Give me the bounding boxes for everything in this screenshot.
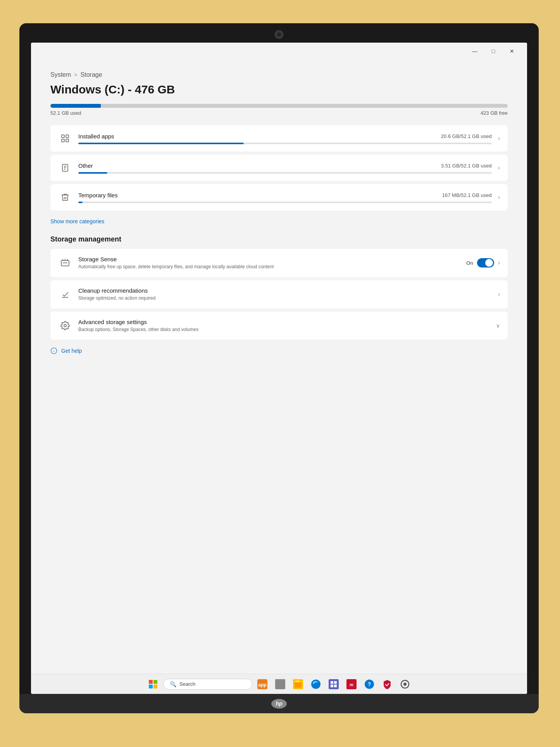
category-installed-apps[interactable]: Installed apps 20.6 GB/52.1 GB used › (50, 125, 508, 152)
advanced-storage-chevron-down: ∨ (496, 323, 500, 329)
other-progress (78, 172, 492, 174)
management-section-title: Storage management (50, 235, 508, 243)
svg-rect-0 (62, 135, 64, 138)
cleanup-icon (58, 287, 72, 301)
taskbar-app-store[interactable]: app (255, 676, 270, 692)
storage-sense-title: Storage Sense (78, 256, 460, 262)
svg-point-19 (311, 680, 320, 689)
svg-rect-22 (334, 681, 337, 684)
title-bar-buttons: — □ ✕ (466, 46, 521, 57)
temp-files-size: 167 MB/52.1 GB used (442, 192, 492, 198)
hp-logo: hp (271, 699, 287, 709)
svg-point-30 (403, 683, 407, 686)
other-icon (58, 161, 72, 175)
page-title: Windows (C:) - 476 GB (50, 83, 508, 96)
storage-sense-toggle[interactable] (477, 258, 494, 267)
apps-icon (58, 131, 72, 145)
advanced-storage-title: Advanced storage settings (78, 319, 490, 325)
installed-apps-progress-fill (78, 143, 244, 144)
other-progress-fill (78, 172, 107, 174)
advanced-storage-card[interactable]: Advanced storage settings Backup options… (50, 312, 508, 340)
trash-icon (58, 190, 72, 204)
cleanup-right: › (498, 291, 500, 298)
maximize-button[interactable]: □ (484, 46, 502, 57)
search-text: Search (179, 681, 195, 687)
storage-bar (50, 104, 508, 108)
screen: — □ ✕ System > Storage Windows (C:) - 47… (31, 43, 527, 694)
temp-progress (78, 202, 492, 203)
settings-icon (58, 319, 72, 333)
advanced-storage-info: Advanced storage settings Backup options… (78, 319, 490, 333)
taskbar-app-shield[interactable] (379, 676, 395, 692)
installed-apps-chevron: › (498, 135, 500, 142)
cleanup-info: Cleanup recommendations Storage optimize… (78, 287, 492, 302)
get-help-label: Get help (61, 348, 82, 354)
svg-rect-17 (275, 679, 285, 689)
other-label: Other (78, 162, 93, 169)
taskbar-app-explorer[interactable] (290, 676, 306, 692)
category-other[interactable]: Other 3.51 GB/52.1 GB used › (50, 155, 508, 181)
storage-sense-status: On (466, 260, 473, 266)
breadcrumb-separator: > (74, 72, 77, 78)
main-content: System > Storage Windows (C:) - 476 GB 5… (31, 60, 527, 674)
cleanup-chevron: › (498, 291, 500, 298)
installed-apps-size: 20.6 GB/52.1 GB used (441, 133, 492, 139)
screen-bezel: — □ ✕ System > Storage Windows (C:) - 47… (19, 23, 539, 694)
storage-sense-chevron: › (498, 259, 500, 266)
storage-sense-desc: Automatically free up space, delete temp… (78, 264, 295, 270)
svg-text:m: m (350, 682, 353, 687)
category-installed-apps-info: Installed apps 20.6 GB/52.1 GB used (78, 133, 492, 144)
taskbar-app-grid[interactable] (326, 676, 341, 692)
windows-logo (149, 680, 157, 688)
breadcrumb-parent[interactable]: System (50, 71, 71, 78)
cleanup-card[interactable]: Cleanup recommendations Storage optimize… (50, 280, 508, 309)
taskbar-app-mcafee[interactable]: m (344, 676, 359, 692)
category-temp-header: Temporary files 167 MB/52.1 GB used (78, 192, 492, 198)
laptop-frame: — □ ✕ System > Storage Windows (C:) - 47… (19, 23, 539, 713)
category-list: Installed apps 20.6 GB/52.1 GB used › (50, 125, 508, 210)
svg-rect-3 (66, 139, 69, 142)
category-temp-files[interactable]: Temporary files 167 MB/52.1 GB used › (50, 184, 508, 210)
other-size: 3.51 GB/52.1 GB used (441, 163, 492, 169)
taskbar-app-settings-ring[interactable] (397, 676, 413, 692)
category-temp-info: Temporary files 167 MB/52.1 GB used (78, 192, 492, 203)
breadcrumb-current: Storage (81, 71, 102, 78)
taskbar: 🔍 Search app (31, 674, 527, 694)
svg-rect-8 (61, 261, 69, 266)
temp-files-chevron: › (498, 194, 500, 201)
storage-bar-fill (50, 104, 101, 108)
svg-text:?: ? (368, 681, 371, 687)
taskbar-app-edge[interactable] (308, 676, 324, 692)
get-help-link[interactable]: Get help (50, 347, 508, 354)
advanced-storage-right: ∨ (496, 323, 500, 329)
installed-apps-label: Installed apps (78, 133, 114, 140)
laptop-bottom: hp (19, 694, 539, 713)
storage-sense-info: Storage Sense Automatically free up spac… (78, 256, 460, 270)
svg-point-13 (64, 324, 66, 327)
storage-bar-container: 52.1 GB used 423 GB free (50, 104, 508, 116)
taskbar-app-help[interactable]: ? (362, 676, 377, 692)
svg-rect-23 (331, 685, 333, 687)
search-bar[interactable]: 🔍 Search (163, 679, 252, 690)
category-installed-apps-header: Installed apps 20.6 GB/52.1 GB used (78, 133, 492, 140)
storage-free-label: 423 GB free (481, 110, 508, 116)
title-bar: — □ ✕ (31, 43, 527, 60)
storage-sense-card[interactable]: Storage Sense Automatically free up spac… (50, 249, 508, 277)
breadcrumb: System > Storage (50, 71, 508, 78)
category-other-header: Other 3.51 GB/52.1 GB used (78, 162, 492, 169)
cleanup-desc: Storage optimized, no action required (78, 295, 295, 302)
temp-files-label: Temporary files (78, 192, 118, 198)
installed-apps-progress (78, 143, 492, 144)
category-other-info: Other 3.51 GB/52.1 GB used (78, 162, 492, 174)
search-icon: 🔍 (170, 681, 176, 687)
close-button[interactable]: ✕ (503, 46, 521, 57)
webcam (275, 30, 283, 39)
svg-rect-24 (334, 685, 337, 687)
svg-rect-2 (62, 139, 64, 142)
minimize-button[interactable]: — (466, 46, 484, 57)
start-button[interactable] (145, 676, 161, 692)
svg-text:app: app (258, 682, 266, 688)
show-more-link[interactable]: Show more categories (50, 218, 104, 224)
svg-rect-20 (329, 679, 339, 689)
taskbar-app-explorer-blank[interactable] (272, 676, 288, 692)
